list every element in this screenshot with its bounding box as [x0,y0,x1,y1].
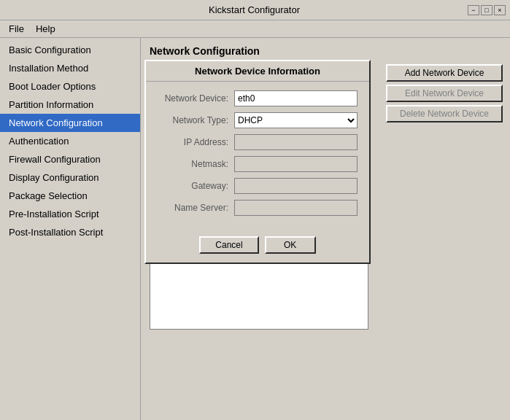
add-network-device-button[interactable]: Add Network Device [386,64,503,82]
dialog-body: Network Device: Network Type: DHCP Stati… [146,82,369,230]
gateway-label: Gateway: [158,181,234,191]
netmask-row: Netmask: [158,156,358,172]
content-area: Network Configuration Device Network Typ… [141,38,510,420]
network-device-label: Network Device: [158,93,234,104]
network-device-row: Network Device: [158,90,358,106]
nameserver-label: Name Server: [158,203,234,213]
main-layout: Basic Configuration Installation Method … [0,38,510,420]
sidebar-item-installation-method[interactable]: Installation Method [0,59,140,77]
delete-network-device-button[interactable]: Delete Network Device [386,105,503,122]
ip-address-row: IP Address: [158,134,358,150]
gateway-row: Gateway: [158,178,358,194]
close-button[interactable]: × [494,5,506,15]
action-buttons: Add Network Device Edit Network Device D… [386,64,503,122]
edit-network-device-button[interactable]: Edit Network Device [386,85,503,102]
sidebar-item-display-config[interactable]: Display Configuration [0,168,140,187]
ok-button[interactable]: OK [265,236,316,254]
sidebar-item-partition-info[interactable]: Partition Information [0,96,140,114]
network-type-row: Network Type: DHCP Static BOOTP [158,112,358,128]
menu-help[interactable]: Help [30,22,61,36]
window-title: Kickstart Configurator [41,4,468,15]
gateway-input[interactable] [234,178,358,194]
nameserver-input[interactable] [234,200,358,216]
section-title: Network Configuration [150,45,501,57]
nameserver-row: Name Server: [158,200,358,216]
sidebar-item-authentication[interactable]: Authentication [0,132,140,150]
ip-address-input[interactable] [234,134,358,150]
ip-address-label: IP Address: [158,137,234,147]
sidebar-item-firewall-config[interactable]: Firewall Configuration [0,150,140,168]
netmask-input[interactable] [234,156,358,172]
sidebar-item-post-install[interactable]: Post-Installation Script [0,223,140,241]
sidebar-item-network-config[interactable]: Network Configuration [0,114,140,132]
menubar: File Help [0,20,510,38]
sidebar-item-basic-config[interactable]: Basic Configuration [0,41,140,59]
menu-file[interactable]: File [3,22,30,36]
sidebar-item-package-selection[interactable]: Package Selection [0,187,140,205]
minimize-button[interactable]: − [468,5,479,15]
titlebar: Kickstart Configurator − □ × [0,0,510,20]
sidebar-item-boot-loader[interactable]: Boot Loader Options [0,77,140,96]
dialog-title: Network Device Information [146,61,369,82]
network-type-select[interactable]: DHCP Static BOOTP [234,112,358,128]
network-device-input[interactable] [234,90,358,106]
sidebar-item-pre-install[interactable]: Pre-Installation Script [0,205,140,223]
network-device-dialog: Network Device Information Network Devic… [144,60,371,264]
cancel-button[interactable]: Cancel [199,236,258,254]
sidebar: Basic Configuration Installation Method … [0,38,141,420]
maximize-button[interactable]: □ [481,5,492,15]
netmask-label: Netmask: [158,159,234,169]
window-controls: − □ × [468,5,506,15]
network-type-label: Network Type: [158,115,234,125]
dialog-footer: Cancel OK [146,230,369,262]
